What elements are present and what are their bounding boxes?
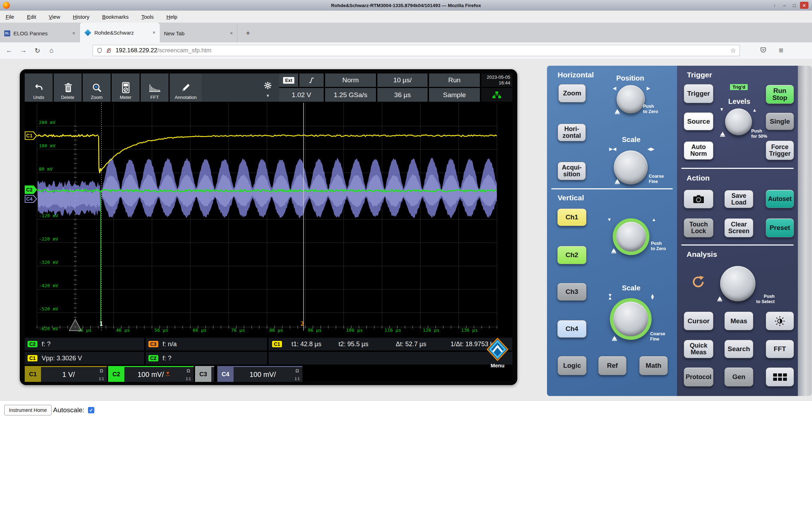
tab-close-icon[interactable]: ×: [153, 30, 155, 35]
meas-button[interactable]: Meas: [724, 312, 753, 330]
apps-button[interactable]: [766, 367, 794, 386]
menu-view[interactable]: View: [49, 14, 60, 20]
single-button[interactable]: Single: [766, 113, 794, 130]
cursor-results-row[interactable]: C1 t1: 42.8 µs t2: 95.5 µs Δt: 52.7 µs 1…: [269, 338, 512, 350]
channel4-settings[interactable]: C4 100 mV/ Ω1:1: [217, 366, 302, 382]
gear-icon[interactable]: [264, 81, 272, 91]
run-stop-button[interactable]: Run Stop: [766, 85, 794, 104]
scope-fft-button[interactable]: FFT: [141, 73, 169, 102]
channel4-button[interactable]: Ch4: [557, 320, 587, 338]
acquisition-time-cell[interactable]: 36 µs: [377, 88, 428, 102]
measurement-1[interactable]: C2 f: ?: [25, 338, 144, 350]
trigger-edge-cell[interactable]: [299, 73, 324, 87]
forward-icon[interactable]: →: [16, 47, 30, 54]
fft-button[interactable]: FFT: [766, 340, 794, 358]
menu-help[interactable]: Help: [166, 14, 177, 20]
window-shade-button[interactable]: ↑: [770, 2, 779, 9]
cursor-button[interactable]: Cursor: [684, 312, 713, 330]
intensity-button[interactable]: [766, 312, 794, 330]
tab-rohde-schwarz[interactable]: Rohde&Schwarz ×: [80, 23, 160, 42]
vertical-position-knob[interactable]: [616, 222, 646, 252]
trigger-source-cell[interactable]: Ext: [279, 73, 298, 87]
trigger-level-knob[interactable]: [725, 108, 752, 135]
ref-button[interactable]: Ref: [598, 356, 626, 375]
channel2-button[interactable]: Ch2: [557, 246, 587, 264]
insecure-lock-icon[interactable]: [106, 47, 112, 54]
horizontal-menu-button[interactable]: Hori- zontal: [558, 124, 586, 141]
acquisition-button[interactable]: Acqui- sition: [558, 162, 586, 180]
bookmark-star-icon[interactable]: ☆: [730, 47, 736, 54]
channel1-button[interactable]: Ch1: [557, 208, 587, 226]
vertical-scale-knob[interactable]: [613, 302, 648, 336]
app-menu-icon[interactable]: ≡: [779, 46, 783, 55]
window-maximize-button[interactable]: □: [790, 2, 799, 9]
horizontal-position-knob[interactable]: [617, 85, 645, 113]
scope-meter-button[interactable]: Meter: [112, 73, 140, 102]
window-minimize-button[interactable]: –: [780, 2, 789, 9]
chevron-down-icon[interactable]: ▼: [266, 93, 270, 98]
channel1-marker[interactable]: C1: [25, 131, 37, 140]
measurement-4[interactable]: C2 f: ?: [146, 352, 267, 365]
tab-elog-pannes[interactable]: EL ELOG Pannes ×: [0, 24, 80, 42]
protocol-button[interactable]: Protocol: [684, 367, 713, 386]
trigger-level-cell[interactable]: 1.02 V: [279, 88, 324, 102]
menu-edit[interactable]: Edit: [27, 14, 36, 20]
sample-rate-cell[interactable]: 1.25 GSa/s: [325, 88, 376, 102]
preset-button[interactable]: Preset: [766, 218, 794, 237]
waveform-display[interactable]: 280 mV180 mV80 mV-120 mV-220 mV-320 mV-4…: [25, 102, 512, 337]
measurement-3[interactable]: C1 Vpp: 3.3026 V: [25, 352, 144, 365]
clear-screen-button[interactable]: Clear Screen: [724, 218, 753, 237]
channel2-marker[interactable]: C2: [25, 185, 37, 194]
trigger-source-button[interactable]: Source: [684, 112, 713, 130]
trigger-menu-button[interactable]: Trigger: [684, 84, 713, 103]
new-tab-button[interactable]: +: [246, 29, 250, 37]
menu-tools[interactable]: Tools: [141, 14, 154, 20]
scope-delete-button[interactable]: Delete: [54, 73, 82, 102]
channel4-marker[interactable]: C4: [25, 195, 37, 203]
scope-undo-button[interactable]: Undo: [25, 73, 53, 102]
menu-bookmarks[interactable]: Bookmarks: [102, 14, 129, 20]
force-trigger-button[interactable]: Force Trigger: [766, 141, 794, 160]
channel3-button[interactable]: Ch3: [557, 283, 587, 301]
save-load-button[interactable]: Save Load: [724, 190, 753, 208]
quick-meas-button[interactable]: Quick Meas: [684, 340, 713, 358]
scope-zoom-button[interactable]: Zoom: [83, 73, 111, 102]
tab-close-icon[interactable]: ×: [72, 30, 75, 36]
url-bar[interactable]: 192.168.229.22/screencam_sfp.htm ☆: [93, 45, 740, 56]
trigger-mode-cell[interactable]: Norm: [325, 73, 376, 87]
math-button[interactable]: Math: [639, 356, 668, 375]
pocket-icon[interactable]: [760, 46, 767, 55]
trigd-badge: Trig'd: [730, 84, 748, 90]
channel3-settings[interactable]: C3: [195, 366, 214, 382]
shield-icon[interactable]: [96, 47, 103, 54]
screenshot-button[interactable]: [684, 190, 713, 208]
auto-norm-button[interactable]: Auto Norm: [684, 141, 713, 160]
channel1-settings[interactable]: C1 1 V/ Ω1:1: [25, 366, 107, 382]
back-icon[interactable]: ←: [2, 47, 16, 54]
timebase-cell[interactable]: 10 µs/: [377, 73, 428, 87]
home-icon[interactable]: ⌂: [45, 47, 59, 54]
channel2-settings[interactable]: C2 100 mV/ ▼— Ω1:1: [108, 366, 194, 382]
menu-file[interactable]: File: [6, 14, 14, 20]
horizontal-zoom-button[interactable]: Zoom: [558, 84, 586, 102]
instrument-home-button[interactable]: Instrument Home: [4, 405, 52, 415]
scope-annotation-button[interactable]: Annotation: [170, 73, 202, 102]
url-text[interactable]: 192.168.229.22/screencam_sfp.htm: [116, 47, 730, 54]
touch-lock-button[interactable]: Touch Lock: [684, 218, 713, 237]
search-button[interactable]: Search: [724, 340, 753, 358]
tab-new-tab[interactable]: New Tab ×: [160, 24, 237, 42]
autoset-button[interactable]: Autoset: [766, 190, 794, 208]
menu-history[interactable]: History: [73, 14, 89, 20]
acquisition-mode-cell[interactable]: Sample: [429, 88, 480, 102]
run-state-cell[interactable]: Run: [429, 73, 480, 87]
logic-button[interactable]: Logic: [558, 356, 587, 375]
measurement-2[interactable]: C3 f: n/a: [146, 338, 267, 350]
rs-menu-button[interactable]: Menu: [486, 338, 509, 377]
scope-screen[interactable]: Undo Delete Zoom Meter FFT Annotation ▼ …: [25, 73, 512, 381]
gen-button[interactable]: Gen: [724, 367, 753, 386]
navigation-knob[interactable]: [720, 266, 755, 301]
tab-close-icon[interactable]: ×: [230, 30, 233, 36]
reload-icon[interactable]: ↻: [30, 47, 45, 55]
autoscale-checkbox[interactable]: ✓: [88, 407, 94, 413]
window-close-button[interactable]: ✕: [800, 2, 808, 9]
